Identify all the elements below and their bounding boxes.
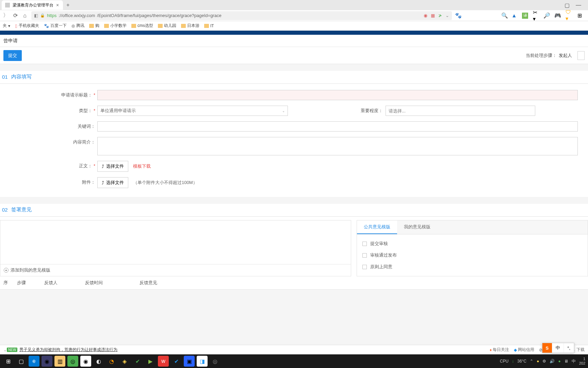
summary-textarea[interactable] [97,137,578,155]
app-icon-9[interactable]: ◨ [197,356,208,367]
scissors-icon[interactable]: ✂ ▾ [533,13,539,19]
template-item[interactable]: 审核通过发布 [362,249,582,261]
app-icon-1[interactable]: ◐ [93,356,104,367]
translate-icon[interactable]: 译 [522,13,528,19]
news-badge: NEW [7,348,17,352]
bookmark-menu[interactable]: 夹 ▾ [3,23,10,29]
priority-select[interactable] [386,106,535,116]
triangle-icon[interactable]: ▲ [511,13,517,19]
start-button[interactable]: ⊞ [3,356,14,367]
bolt-icon[interactable]: ≯ [438,13,442,18]
close-icon[interactable]: × [56,2,59,8]
360-icon[interactable]: ◎ [67,356,78,367]
bookmark-shop[interactable]: 购 [89,23,99,29]
template-download-link[interactable]: 模板下载 [133,163,151,169]
bookmark-baidu[interactable]: 🐾百度一下 [44,23,67,29]
keyword-input[interactable] [97,121,578,132]
trust-link[interactable]: ◆网站信用 [514,347,534,353]
field-label-type: 类型： [79,108,92,113]
body-file-button[interactable]: ⤴选择文件 [97,161,128,172]
step-action-button[interactable] [577,51,585,60]
type-select[interactable]: 单位通用申请请示 ⌄ [97,106,288,116]
hot-link[interactable]: ♦每日关注 [490,347,509,353]
search-icon[interactable]: 🔍 [502,13,508,19]
bookmark-phone[interactable]: ▯手机收藏夹 [15,23,39,29]
new-tab-button[interactable]: + [63,2,73,8]
security-icon[interactable]: 🛡 ▾ [566,13,572,19]
bookmark-it[interactable]: IT [204,24,214,28]
col-opinion: 反馈意见 [140,280,588,286]
obs-icon[interactable]: ◎ [210,356,220,367]
add-to-templates-button[interactable]: + 添加到我的意见模版 [0,264,351,276]
tray-volume-icon[interactable]: 🔊 [550,359,555,364]
section-title: 内容填写 [11,74,32,80]
submit-button[interactable]: 提交 [3,50,22,61]
app-icon-5[interactable]: ▶ [145,356,156,367]
url-host: ://office.wxlxjy.com [59,13,95,18]
template-item[interactable]: 提交审核 [362,238,582,249]
attach-file-button[interactable]: ⤴选择文件 [97,177,128,188]
app-icon-8[interactable]: ▣ [184,356,195,367]
caret-icon[interactable]: ⌄ [3,348,7,352]
window-minimize-icon[interactable]: — [576,2,581,9]
tab-my-templates[interactable]: 我的意见模版 [397,220,437,234]
eclipse-icon[interactable]: ◉ [42,356,52,367]
chevron-down-icon[interactable]: ⌄ [445,13,449,18]
forward-icon[interactable]: 〉 [3,13,9,19]
home-icon[interactable]: ⌂ [22,13,28,19]
checkbox[interactable] [362,265,367,269]
tray-icon-1[interactable]: ⌃ [530,359,533,364]
zoom-icon[interactable]: 🔎 [544,13,550,19]
step-value: 发起人 [559,52,572,59]
badge-icon[interactable]: ◉ [424,13,427,18]
bookmark-japan[interactable]: 日本游 [181,23,199,29]
tray-network-icon[interactable]: 🖥 [564,359,568,364]
tray-icon-3[interactable]: ⚙ [542,359,546,364]
grid-icon[interactable]: ▦ [431,13,435,18]
apps-icon[interactable]: ⊞ [576,13,583,19]
app-icon-6[interactable]: w [158,356,169,367]
bookmark-cms[interactable]: cms选型 [131,23,153,29]
app-icon-4[interactable]: ✔ [132,356,143,367]
col-step: 步骤 [17,280,44,286]
window-restore-icon[interactable]: ▢ [565,2,570,9]
title-input[interactable] [97,90,578,100]
checkbox[interactable] [362,253,367,258]
bookmark-math[interactable]: 小学数学 [104,23,127,29]
reload-icon[interactable]: ⟳ [12,13,18,19]
checkbox[interactable] [362,242,367,246]
url-bar[interactable]: ◧ 🔒 https://office.wxlxjy.com/EpointOA9/… [31,11,452,20]
field-label-title: 申请请示标题： [61,92,92,97]
game-icon[interactable]: 🎮 [555,13,561,19]
explorer-icon[interactable]: ▥ [54,356,65,367]
bookmark-tencent[interactable]: ◎腾讯 [71,23,84,29]
tray-icon-2[interactable]: ● [537,359,539,364]
taskbar-clock[interactable]: 1 202 [579,357,585,366]
ime-punct[interactable]: °, [564,343,574,353]
ime-toolbar[interactable]: S 中 °, [542,343,574,353]
template-item[interactable]: 原则上同意 [362,261,582,273]
paw-icon[interactable]: 🐾 [455,13,461,19]
app-icon-2[interactable]: ◔ [106,356,117,367]
bookmark-kindergarten[interactable]: 幼儿园 [158,23,176,29]
ime-lang[interactable]: 中 [552,343,564,353]
edge-icon[interactable]: e [29,356,39,367]
chrome-icon[interactable]: ◉ [80,356,91,367]
tab-public-templates[interactable]: 公共意见模版 [357,220,397,234]
browser-toolbar: 〉 ⟳ ⌂ ◧ 🔒 https://office.wxlxjy.com/Epoi… [0,10,588,21]
browser-tab[interactable]: 梁溪教育办公管理平台 × [2,0,63,10]
field-label-body: 正文： [79,163,92,168]
taskview-icon[interactable]: ▢ [16,356,27,367]
step-label: 当前处理步骤： [526,52,557,59]
news-headline[interactable]: 男子见义勇为却被刑拘，荒唐的行为让好事成违法行为 [19,347,117,353]
drop-icon: ◆ [514,348,517,352]
tray-icon-4[interactable]: ● [558,359,560,364]
section-opinion: 02 签署意见 + 添加到我的意见模版 公共意见模版 我的意见模版 提交审核 审… [0,204,588,290]
opinion-textarea[interactable] [0,220,351,264]
ime-logo: S [542,343,553,353]
tray-ime[interactable]: 中 [572,358,576,364]
app-icon-7[interactable]: ✔ [171,356,182,367]
chevron-down-icon: ⌄ [282,109,285,113]
attach-hint: （单个附件大小不得超过100M） [133,180,197,186]
app-icon-3[interactable]: ◈ [119,356,130,367]
